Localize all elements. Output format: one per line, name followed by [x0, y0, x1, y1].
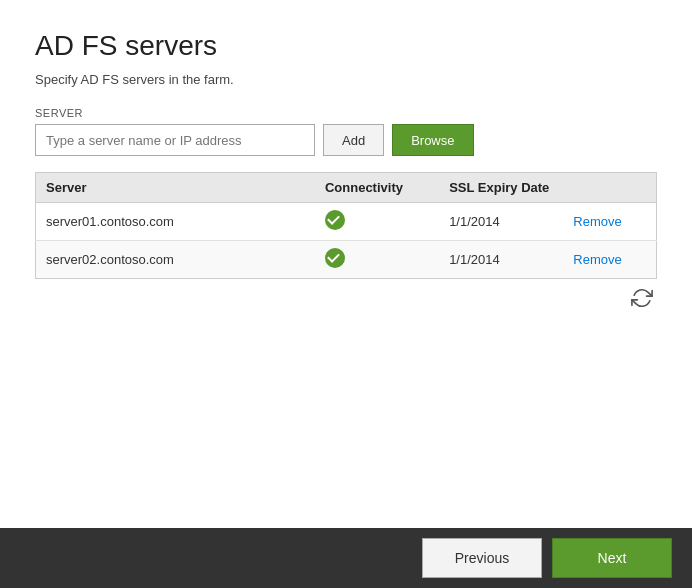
server-label: SERVER: [35, 107, 657, 119]
table-row: server02.contoso.com1/1/2014Remove: [36, 241, 657, 279]
add-button[interactable]: Add: [323, 124, 384, 156]
col-header-ssl: SSL Expiry Date: [439, 173, 563, 203]
server-input[interactable]: [35, 124, 315, 156]
server-name: server01.contoso.com: [36, 203, 315, 241]
remove-link[interactable]: Remove: [573, 252, 621, 267]
server-name: server02.contoso.com: [36, 241, 315, 279]
next-button[interactable]: Next: [552, 538, 672, 578]
action-cell: Remove: [563, 203, 656, 241]
subtitle: Specify AD FS servers in the farm.: [35, 72, 657, 87]
page-title: AD FS servers: [35, 30, 657, 62]
footer: Previous Next: [0, 528, 692, 588]
refresh-icon[interactable]: [631, 287, 653, 309]
previous-button[interactable]: Previous: [422, 538, 542, 578]
remove-link[interactable]: Remove: [573, 214, 621, 229]
ssl-expiry-date: 1/1/2014: [439, 241, 563, 279]
main-content: AD FS servers Specify AD FS servers in t…: [0, 0, 692, 528]
servers-table: Server Connectivity SSL Expiry Date serv…: [35, 172, 657, 279]
col-header-server: Server: [36, 173, 315, 203]
checkmark-icon: [325, 248, 345, 268]
refresh-area: [35, 279, 657, 309]
checkmark-icon: [325, 210, 345, 230]
table-row: server01.contoso.com1/1/2014Remove: [36, 203, 657, 241]
ssl-expiry-date: 1/1/2014: [439, 203, 563, 241]
action-cell: Remove: [563, 241, 656, 279]
col-header-action: [563, 173, 656, 203]
browse-button[interactable]: Browse: [392, 124, 473, 156]
input-row: Add Browse: [35, 124, 657, 156]
connectivity-status: [315, 203, 439, 241]
connectivity-status: [315, 241, 439, 279]
col-header-connectivity: Connectivity: [315, 173, 439, 203]
